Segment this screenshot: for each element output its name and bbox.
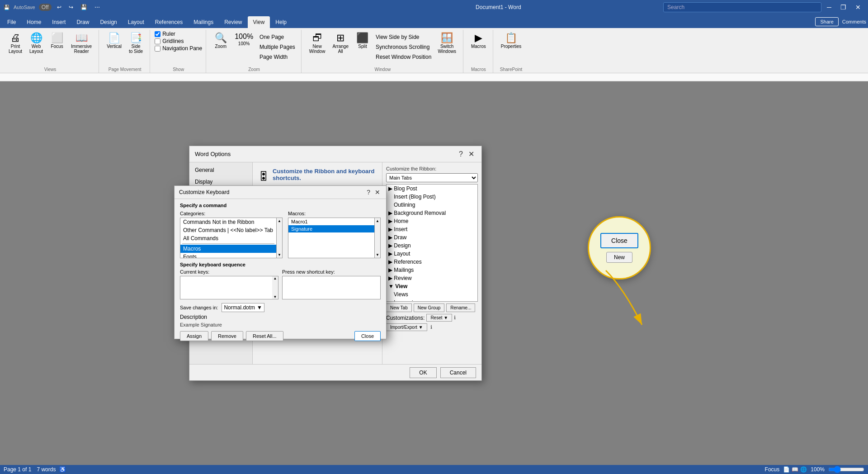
switch-windows-btn[interactable]: 🪟 SwitchWindows <box>434 31 459 56</box>
new-highlight-btn[interactable]: New <box>606 252 632 263</box>
restore-btn[interactable]: ❐ <box>837 2 850 13</box>
tab-view[interactable]: View <box>248 16 270 28</box>
redo-btn[interactable]: ↪ <box>67 3 75 11</box>
comments-button[interactable]: Comments <box>842 19 866 24</box>
save-changes-dropdown[interactable]: Normal.dotm ▼ <box>222 303 264 312</box>
navigation-pane-check[interactable]: Navigation Pane <box>155 45 202 52</box>
press-new-key-input[interactable] <box>282 276 381 299</box>
cat-macros[interactable]: Macros <box>180 245 276 253</box>
categories-listbox[interactable]: Commands Not in the Ribbon Other Command… <box>180 218 277 258</box>
cat-scroll-up[interactable]: ▲ <box>277 218 282 223</box>
cat-other-commands[interactable]: Other Commands | <<No label>> Tab <box>180 226 276 234</box>
tab-references[interactable]: References <box>150 16 188 28</box>
ck-close-x-btn[interactable]: ✕ <box>373 189 382 196</box>
current-keys-box[interactable] <box>180 276 278 299</box>
rc-home[interactable]: ▶ Home <box>387 217 477 225</box>
import-export-btn[interactable]: Import/Export ▼ <box>386 323 427 331</box>
macro-scroll-up[interactable]: ▲ <box>375 218 380 223</box>
ribbon-dropdown[interactable]: Main Tabs <box>386 173 478 182</box>
ck-scroll-down[interactable]: ▼ <box>272 295 278 299</box>
cat-all-commands[interactable]: All Commands <box>180 234 276 242</box>
vertical-btn[interactable]: 📄 Vertical <box>104 31 125 51</box>
tab-review[interactable]: Review <box>219 16 247 28</box>
side-to-side-btn[interactable]: 📑 Sideto Side <box>126 31 146 56</box>
print-mode-icon[interactable]: 📄 <box>783 466 790 473</box>
new-window-btn[interactable]: 🗗 NewWindow <box>306 31 329 56</box>
rc-blog-post[interactable]: ▶ Blog Post <box>387 185 477 193</box>
reset-all-btn[interactable]: Reset All... <box>246 331 283 341</box>
close-highlight-btn[interactable]: Close <box>600 233 638 248</box>
arrange-all-btn[interactable]: ⊞ ArrangeAll <box>329 31 352 56</box>
reset-btn[interactable]: Reset ▼ <box>426 314 452 322</box>
tab-layout[interactable]: Layout <box>123 16 150 28</box>
word-options-ok-btn[interactable]: OK <box>410 367 436 378</box>
rc-views[interactable]: Views <box>387 290 477 299</box>
rc-insert[interactable]: ▶ Insert <box>387 225 477 233</box>
gridlines-checkbox[interactable] <box>155 38 160 44</box>
macro-signature[interactable]: Signature <box>288 225 374 232</box>
cat-fonts[interactable]: Fonts <box>180 253 276 258</box>
save-btn[interactable]: 💾 <box>79 3 89 11</box>
rc-draw[interactable]: ▶ Draw <box>387 233 477 242</box>
web-mode-icon[interactable]: 🌐 <box>800 466 807 473</box>
remove-btn[interactable]: Remove <box>211 331 243 341</box>
tab-file[interactable]: File <box>2 16 21 28</box>
ruler-check[interactable]: Ruler <box>155 31 202 37</box>
minimize-btn[interactable]: ─ <box>823 2 835 13</box>
split-btn[interactable]: ⬛ Split <box>353 31 373 51</box>
print-layout-btn[interactable]: 🖨 PrintLayout <box>5 31 25 56</box>
reset-window-position-btn[interactable]: Reset Window Position <box>373 52 434 62</box>
tab-home[interactable]: Home <box>21 16 47 28</box>
rc-references[interactable]: ▶ References <box>387 258 477 266</box>
ck-help-btn[interactable]: ? <box>365 189 372 196</box>
current-keys-scrollbar[interactable]: ▲ ▼ <box>272 276 278 299</box>
rc-design[interactable]: ▶ Design <box>387 242 477 250</box>
one-page-btn[interactable]: One Page <box>257 33 297 42</box>
word-options-cancel-btn[interactable]: Cancel <box>440 367 476 378</box>
gridlines-check[interactable]: Gridlines <box>155 38 202 44</box>
synchronous-scrolling-btn[interactable]: Synchronous Scrolling <box>373 43 434 52</box>
web-layout-btn[interactable]: 🌐 WebLayout <box>26 31 46 56</box>
tab-design[interactable]: Design <box>94 16 122 28</box>
read-mode-icon[interactable]: 📖 <box>792 466 798 473</box>
rc-view[interactable]: ▼ View <box>387 282 477 290</box>
macro-scroll-down[interactable]: ▼ <box>375 253 380 258</box>
share-button[interactable]: Share <box>815 17 838 26</box>
multiple-pages-btn[interactable]: Multiple Pages <box>257 43 297 52</box>
rc-insert-blog[interactable]: Insert (Blog Post) <box>387 193 477 201</box>
rc-immersive[interactable]: Immersive <box>387 299 477 302</box>
focus-label[interactable]: Focus <box>765 466 780 473</box>
ruler-checkbox[interactable] <box>155 31 160 37</box>
tab-draw[interactable]: Draw <box>71 16 94 28</box>
rc-mailings[interactable]: ▶ Mailings <box>387 266 477 274</box>
word-options-close-btn[interactable]: ✕ <box>467 150 476 158</box>
zoom-100-btn[interactable]: 100% 100% <box>231 31 256 48</box>
zoom-btn[interactable]: 🔍 Zoom <box>211 31 231 51</box>
word-options-help-btn[interactable]: ? <box>457 150 465 158</box>
macros-btn[interactable]: ▶ Macros <box>468 31 489 51</box>
cat-scroll-down[interactable]: ▼ <box>277 253 282 258</box>
rename-btn[interactable]: Rename... <box>446 303 475 312</box>
tab-help[interactable]: Help <box>270 16 292 28</box>
macros-listbox[interactable]: Macro1 Signature <box>288 218 375 258</box>
rc-outlining[interactable]: Outlining <box>387 201 477 209</box>
undo-btn[interactable]: ↩ <box>55 3 63 11</box>
rc-layout[interactable]: ▶ Layout <box>387 250 477 258</box>
assign-btn[interactable]: Assign <box>180 331 208 341</box>
close-btn[interactable]: ✕ <box>852 2 864 13</box>
navigation-pane-checkbox[interactable] <box>155 46 160 52</box>
rc-review[interactable]: ▶ Review <box>387 274 477 282</box>
more-btn[interactable]: ⋯ <box>93 3 102 11</box>
new-group-btn[interactable]: New Group <box>414 303 445 312</box>
macros-scrollbar[interactable]: ▲ ▼ <box>375 218 381 258</box>
sidebar-item-general[interactable]: General <box>189 164 252 176</box>
ck-scroll-up[interactable]: ▲ <box>272 276 278 280</box>
view-side-by-side-btn[interactable]: View Side by Side <box>373 33 434 42</box>
zoom-slider[interactable] <box>828 466 864 473</box>
categories-scrollbar[interactable]: ▲ ▼ <box>277 218 283 258</box>
tab-mailings[interactable]: Mailings <box>188 16 219 28</box>
immersive-reader-btn[interactable]: 📖 ImmersiveReader <box>68 31 95 56</box>
tab-insert[interactable]: Insert <box>47 16 71 28</box>
rc-bg-removal[interactable]: ▶ Background Removal <box>387 209 477 217</box>
autosave-toggle[interactable]: Off <box>39 4 52 11</box>
